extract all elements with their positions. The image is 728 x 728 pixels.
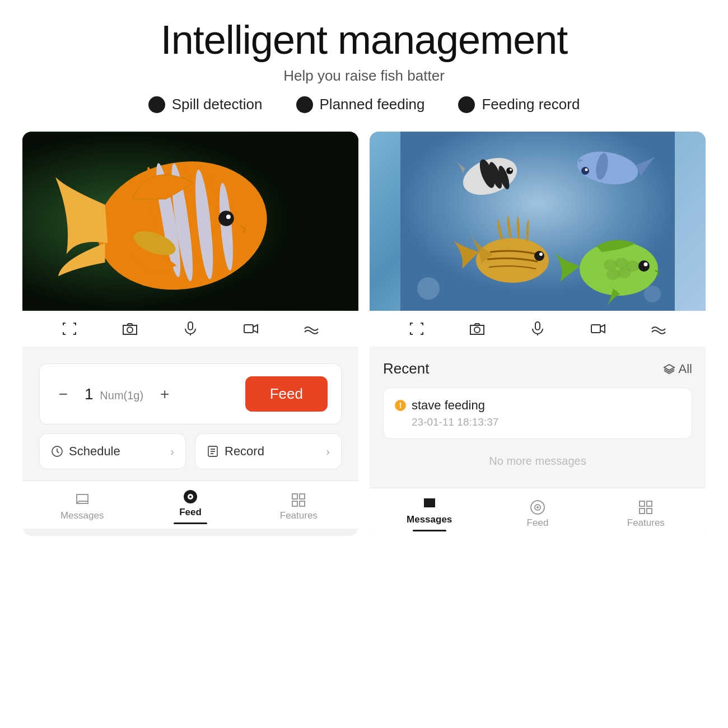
camera-icon-left[interactable] xyxy=(122,321,138,337)
svg-point-32 xyxy=(510,169,512,171)
svg-point-12 xyxy=(127,327,133,333)
feature-dot-1 xyxy=(148,96,165,113)
no-more-message: No more messages xyxy=(383,446,692,477)
record-panel: Recent All ! stave feeding 23-01-11 18:1… xyxy=(370,347,706,488)
waves-icon-right[interactable] xyxy=(651,321,666,337)
bottom-nav-right: Messages Feed Features xyxy=(370,488,706,536)
feature-dot-3 xyxy=(458,96,475,113)
svg-rect-23 xyxy=(300,501,305,506)
schedule-label: Schedule xyxy=(51,444,120,459)
minus-button[interactable]: − xyxy=(53,384,73,404)
features-icon-left xyxy=(291,492,306,508)
nav-feed-right[interactable]: Feed xyxy=(483,500,591,529)
nav-messages-right[interactable]: Messages xyxy=(375,496,483,531)
stepper-unit: Num(1g) xyxy=(100,389,143,402)
svg-point-44 xyxy=(606,269,620,280)
nav-label-messages-right: Messages xyxy=(407,514,452,525)
nav-features-right[interactable]: Features xyxy=(592,500,700,529)
svg-point-35 xyxy=(581,167,589,175)
nav-divider-right xyxy=(413,530,446,531)
nav-features-left[interactable]: Features xyxy=(245,492,353,521)
record-header: Recent All xyxy=(383,360,692,377)
fish-svg-2 xyxy=(370,132,706,311)
svg-rect-13 xyxy=(188,322,193,330)
nav-label-feed-left: Feed xyxy=(179,507,202,518)
svg-point-19 xyxy=(189,496,192,498)
feature-spill: Spill detection xyxy=(148,96,263,113)
nav-divider-left xyxy=(174,522,207,524)
features-row: Spill detection Planned feeding Feeding … xyxy=(11,96,717,113)
svg-point-11 xyxy=(226,214,231,219)
svg-point-41 xyxy=(604,259,617,270)
svg-rect-22 xyxy=(292,501,297,506)
nav-feed-left[interactable]: Feed xyxy=(136,489,244,524)
video-icon-left[interactable] xyxy=(243,321,259,337)
svg-point-26 xyxy=(644,286,661,302)
svg-point-38 xyxy=(534,251,544,261)
phone-left: − 1 Num(1g) + Feed Schedu xyxy=(22,132,358,536)
features-icon-right xyxy=(638,500,654,515)
nav-messages-left[interactable]: Messages xyxy=(28,492,136,521)
bottom-nav-left: Messages Feed Features xyxy=(22,480,358,529)
svg-rect-56 xyxy=(640,508,645,514)
svg-rect-50 xyxy=(591,325,600,333)
waves-icon-left[interactable] xyxy=(304,321,319,337)
schedule-arrow: › xyxy=(170,445,174,458)
action-row: Schedule › Record › xyxy=(39,433,342,469)
svg-point-48 xyxy=(474,327,480,333)
svg-point-39 xyxy=(539,253,543,256)
schedule-card[interactable]: Schedule › xyxy=(39,433,186,469)
feed-controls: − 1 Num(1g) + Feed xyxy=(39,363,342,424)
layers-icon xyxy=(663,363,675,375)
svg-rect-20 xyxy=(292,494,297,499)
all-button[interactable]: All xyxy=(663,362,692,376)
fish-image-1 xyxy=(22,132,358,311)
feature-planned: Planned feeding xyxy=(296,96,425,113)
svg-point-25 xyxy=(417,277,440,300)
svg-rect-54 xyxy=(640,501,645,506)
mic-icon-left[interactable] xyxy=(183,321,198,337)
phones-row: − 1 Num(1g) + Feed Schedu xyxy=(0,132,728,536)
frame-icon-right[interactable] xyxy=(409,321,424,337)
svg-point-47 xyxy=(644,263,648,267)
record-item-header-0: ! stave feeding xyxy=(395,398,680,413)
nav-label-features-right: Features xyxy=(627,517,665,529)
toolbar-left xyxy=(22,311,358,347)
nav-label-messages-left: Messages xyxy=(60,510,104,521)
feature-record: Feeding record xyxy=(458,96,580,113)
record-label: Record xyxy=(207,444,264,459)
fish-svg-1 xyxy=(22,132,358,311)
record-item-0: ! stave feeding 23-01-11 18:13:37 xyxy=(383,388,692,439)
svg-point-31 xyxy=(506,167,513,174)
feature-dot-2 xyxy=(296,96,313,113)
fish-image-2 xyxy=(370,132,706,311)
svg-rect-21 xyxy=(300,494,305,499)
nav-label-features-left: Features xyxy=(280,510,318,521)
main-title: Intelligent management xyxy=(11,17,717,63)
phone-right: Recent All ! stave feeding 23-01-11 18:1… xyxy=(370,132,706,536)
alert-dot-0: ! xyxy=(395,400,406,411)
mic-icon-right[interactable] xyxy=(530,321,545,337)
record-icon xyxy=(207,445,219,458)
stepper-value: 1 Num(1g) xyxy=(85,385,143,403)
svg-rect-57 xyxy=(647,508,652,514)
subtitle: Help you raise fish batter xyxy=(11,67,717,85)
svg-point-10 xyxy=(218,211,234,226)
header: Intelligent management Help you raise fi… xyxy=(0,0,728,132)
record-item-title-0: stave feeding xyxy=(412,398,485,413)
record-card[interactable]: Record › xyxy=(195,433,342,469)
svg-rect-14 xyxy=(244,325,253,333)
feed-button[interactable]: Feed xyxy=(245,376,328,412)
messages-icon-left xyxy=(74,492,90,508)
frame-icon-left[interactable] xyxy=(62,321,77,337)
plus-button[interactable]: + xyxy=(155,384,175,404)
toolbar-right xyxy=(370,311,706,347)
svg-point-36 xyxy=(585,169,588,171)
feed-panel: − 1 Num(1g) + Feed Schedu xyxy=(22,347,358,480)
video-icon-right[interactable] xyxy=(590,321,606,337)
record-arrow: › xyxy=(326,445,330,458)
record-item-time-0: 23-01-11 18:13:37 xyxy=(412,416,680,428)
camera-icon-right[interactable] xyxy=(469,321,485,337)
svg-rect-49 xyxy=(535,322,540,330)
feed-icon-right xyxy=(530,500,545,515)
